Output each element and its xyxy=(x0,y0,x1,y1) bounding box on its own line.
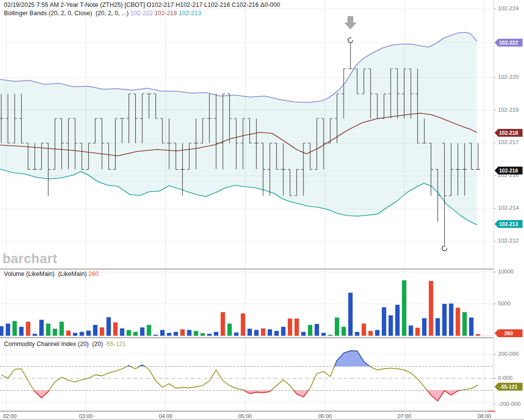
panel-divider[interactable] xyxy=(0,269,494,270)
time-axis-label: 06:00 xyxy=(318,413,332,419)
panel-divider[interactable] xyxy=(0,337,494,338)
time-axis-label: 05:00 xyxy=(238,413,252,419)
time-axis-label: 02:00 xyxy=(3,413,17,419)
cci-current-value: -55-121 xyxy=(105,341,126,347)
axis-tick-label: 5000 xyxy=(498,300,511,306)
axis-tick-label: 10000 xyxy=(498,269,514,274)
axis-tick-label: 102-219 xyxy=(498,107,519,113)
time-axis-label: 08:00 xyxy=(477,413,491,419)
axis-tick-label: 102-212 xyxy=(498,238,519,244)
price-badge: 102-218 xyxy=(495,129,523,137)
cci-panel-header: Commodity Channel Index (20) (20) -55-12… xyxy=(4,341,126,347)
volume-current-value: 260 xyxy=(88,271,99,277)
volume-title: Volume (LikeMain) (LikeMain) xyxy=(4,271,88,277)
price-badge: -55-121 xyxy=(495,383,523,391)
axis-tick-label: 102-224 xyxy=(498,5,519,11)
axis-tick-label: 102-217 xyxy=(498,139,519,145)
axis-tick-label: -200-000 xyxy=(498,401,521,407)
time-axis-border xyxy=(0,411,494,412)
price-badge: 102-216 xyxy=(495,167,523,174)
bollinger-label: Bollinger Bands (20, 2, 0, Close) (20, 2… xyxy=(4,10,130,17)
volume-panel-header: Volume (LikeMain) (LikeMain) 260 xyxy=(4,271,99,277)
bollinger-lower-value: 102-213 xyxy=(178,10,201,17)
chart-canvas[interactable] xyxy=(0,0,524,411)
axis-tick-label: 102-220 xyxy=(498,74,519,80)
price-badge: 102-213 xyxy=(495,220,523,228)
current-time-tick xyxy=(488,411,495,412)
bollinger-header: Bollinger Bands (20, 2, 0, Close) (20, 2… xyxy=(4,10,201,17)
axis-tick-label: 102-214 xyxy=(498,205,519,211)
price-badge: 260 xyxy=(495,329,523,337)
time-axis-label: 03:00 xyxy=(79,413,93,419)
time-axis-label: 04:00 xyxy=(159,413,173,419)
barchart-logo: barchart xyxy=(2,251,57,267)
price-axis-border xyxy=(494,0,494,411)
axis-tick-label: 200-000 xyxy=(498,351,519,357)
cci-title: Commodity Channel Index (20) (20) xyxy=(4,341,105,347)
price-badge: 102-222 xyxy=(495,39,523,47)
quote-header: 02/19/2025 7:55 AM 2-Year T-Note (ZTH25)… xyxy=(4,1,280,8)
bollinger-middle-value: 102-218 xyxy=(154,10,177,17)
axis-tick-label: 0-000 xyxy=(498,375,512,381)
bollinger-upper-value: 102-222 xyxy=(130,10,153,17)
time-axis-label: 07:00 xyxy=(398,413,411,419)
trading-chart-app: 02/19/2025 7:55 AM 2-Year T-Note (ZTH25)… xyxy=(0,0,524,420)
